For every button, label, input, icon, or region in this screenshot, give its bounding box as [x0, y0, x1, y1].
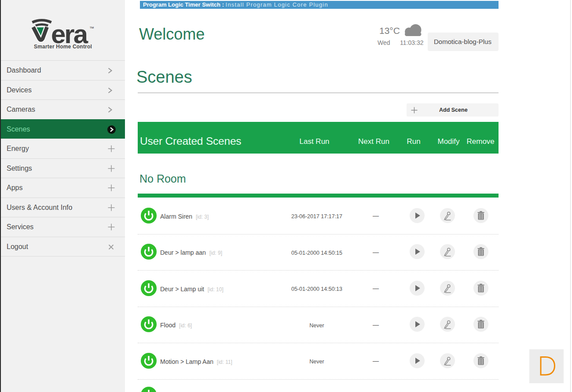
- svg-text:™: ™: [89, 26, 94, 31]
- svg-text:Smarter Home Control: Smarter Home Control: [34, 44, 92, 50]
